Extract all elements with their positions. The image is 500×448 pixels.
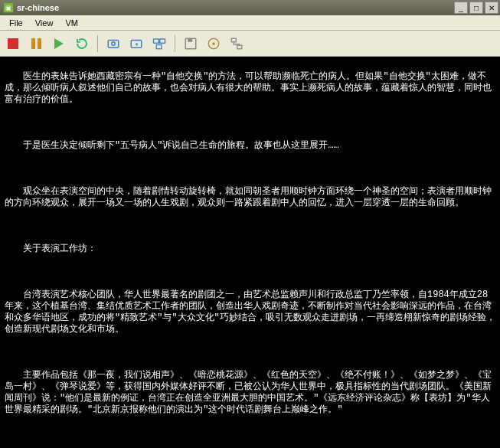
menu-bar: File View VM <box>0 15 500 31</box>
menu-vm[interactable]: VM <box>59 17 84 29</box>
revert-snapshot-button[interactable] <box>126 34 146 54</box>
minimize-button[interactable]: _ <box>454 2 468 14</box>
floppy-icon <box>184 37 198 51</box>
revert-icon <box>129 37 143 51</box>
floppy-button[interactable] <box>181 34 201 54</box>
pause-icon <box>31 38 41 49</box>
menu-view[interactable]: View <box>29 17 60 29</box>
network-icon <box>230 37 243 51</box>
terminal-paragraph: 关于表演工作坊： <box>5 244 495 255</box>
window-titlebar: ▣ sr-chinese _ □ ✕ <box>0 0 500 15</box>
maximize-button[interactable]: □ <box>469 2 483 14</box>
terminal-output[interactable]: 医生的表妹告诉她西藏密宗有一种"自他交换"的方法，可以帮助濒临死亡的病人。但如果… <box>0 57 500 448</box>
network-button[interactable] <box>227 34 247 54</box>
terminal-paragraph: 观众坐在表演空间的中央，随着剧情转动旋转椅，就如同朝圣者用顺时钟方面环绕一个神圣… <box>5 186 495 209</box>
pause-button[interactable] <box>26 34 46 54</box>
svg-point-1 <box>112 41 116 45</box>
toolbar <box>0 31 500 57</box>
reset-icon <box>75 37 89 51</box>
cd-button[interactable] <box>204 34 224 54</box>
svg-rect-0 <box>108 40 119 47</box>
stop-icon <box>8 38 18 49</box>
terminal-paragraph: 台湾表演艺术核心团队，华人世界最著名的剧团之一，由艺术总监赖声川和行政总监丁乃竺… <box>5 289 495 335</box>
terminal-paragraph: 于是医生决定倾听剩下"五号病人"诉说自己生命的旅程。故事也从这里展开…… <box>5 140 495 152</box>
cd-icon <box>207 37 221 51</box>
stop-button[interactable] <box>3 34 23 54</box>
svg-rect-4 <box>160 39 165 43</box>
svg-rect-7 <box>188 38 192 42</box>
vm-icon: ▣ <box>3 2 14 13</box>
snapshot-manager-icon <box>152 37 166 51</box>
play-button[interactable] <box>49 34 69 54</box>
snapshot-button[interactable] <box>103 34 123 54</box>
toolbar-separator <box>175 35 175 52</box>
window-title: sr-chinese <box>17 3 453 12</box>
toolbar-separator <box>97 35 98 52</box>
reset-button[interactable] <box>72 34 92 54</box>
svg-point-9 <box>212 42 215 45</box>
snapshot-manager-button[interactable] <box>149 34 169 54</box>
svg-rect-5 <box>156 44 162 48</box>
play-icon <box>54 38 64 49</box>
svg-rect-10 <box>231 38 236 42</box>
menu-file[interactable]: File <box>3 17 29 29</box>
close-button[interactable]: ✕ <box>485 2 498 14</box>
snapshot-icon <box>106 37 120 51</box>
svg-rect-3 <box>154 39 159 43</box>
svg-rect-11 <box>237 45 242 49</box>
terminal-paragraph: 医生的表妹告诉她西藏密宗有一种"自他交换"的方法，可以帮助濒临死亡的病人。但如果… <box>5 71 495 106</box>
terminal-paragraph: 主要作品包括《那一夜，我们说相声》、《暗恋桃花源》、《红色的天空》、《绝不付账！… <box>5 370 495 416</box>
